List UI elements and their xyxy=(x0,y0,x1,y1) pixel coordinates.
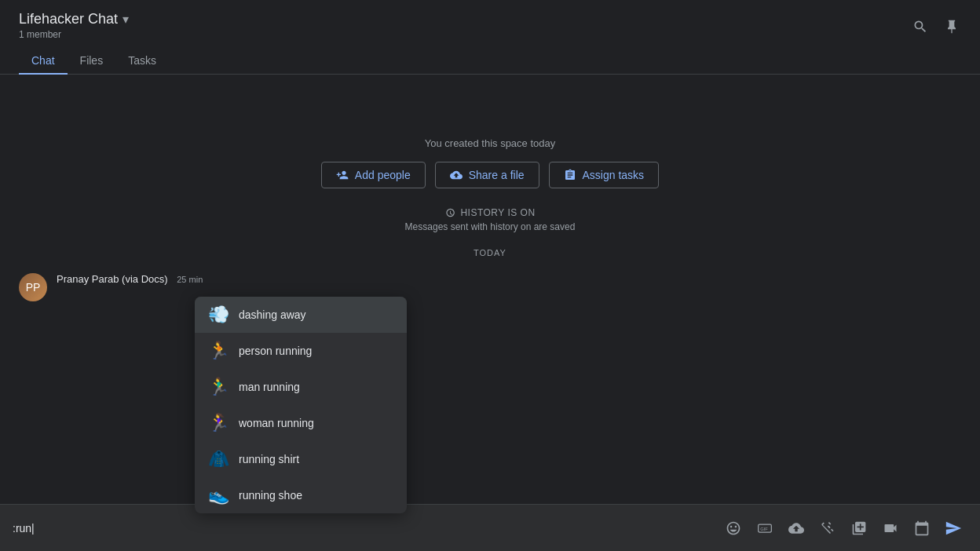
emoji-label-man-running: man running xyxy=(239,381,300,393)
message-input[interactable] xyxy=(13,522,716,535)
history-status: HISTORY IS ON xyxy=(444,207,535,218)
emoji-item-woman-running[interactable]: 🏃‍♀️ woman running xyxy=(195,405,407,441)
chat-area: PP Pranay Parab (via Docs) 25 min 💨 dash… xyxy=(0,273,980,301)
chevron-down-icon[interactable]: ▾ xyxy=(122,12,129,27)
tab-tasks[interactable]: Tasks xyxy=(115,48,169,75)
emoji-label-person-running: person running xyxy=(239,345,312,357)
emoji-glyph-dashing-away: 💨 xyxy=(207,305,229,325)
toolbar-icons: GIF xyxy=(719,514,967,542)
space-title-text: Lifehacker Chat xyxy=(19,11,118,27)
video-button[interactable] xyxy=(876,514,905,542)
space-title: Lifehacker Chat ▾ xyxy=(19,11,169,27)
emoji-label-dashing-away: dashing away xyxy=(239,308,306,321)
sender-name: Pranay Parab (via Docs) xyxy=(57,273,168,285)
history-sub-text: Messages sent with history on are saved xyxy=(405,221,576,232)
emoji-label-woman-running: woman running xyxy=(239,417,314,429)
upload-button[interactable] xyxy=(782,514,810,542)
emoji-glyph-running-shoe: 👟 xyxy=(207,485,229,505)
share-file-label: Share a file xyxy=(469,169,525,181)
svg-text:GIF: GIF xyxy=(760,527,768,531)
emoji-dropdown: 💨 dashing away 🏃 person running 🏃‍♂️ man… xyxy=(195,297,407,513)
tab-files[interactable]: Files xyxy=(68,48,116,75)
calendar-button[interactable] xyxy=(908,514,936,542)
emoji-item-running-shirt[interactable]: 🧥 running shirt xyxy=(195,441,407,477)
add-people-button[interactable]: Add people xyxy=(321,162,426,188)
emoji-label-running-shoe: running shoe xyxy=(239,489,302,502)
header: Lifehacker Chat ▾ 1 member Chat Files Ta… xyxy=(0,0,980,75)
unpin-icon[interactable] xyxy=(942,17,961,36)
share-file-button[interactable]: Share a file xyxy=(435,162,539,188)
assign-tasks-label: Assign tasks xyxy=(583,169,645,181)
message-input-area[interactable] xyxy=(13,522,716,535)
emoji-button[interactable] xyxy=(719,514,748,542)
emoji-item-dashing-away[interactable]: 💨 dashing away xyxy=(195,297,407,333)
assign-tasks-button[interactable]: Assign tasks xyxy=(549,162,660,188)
action-buttons: Add people Share a file Assign tasks xyxy=(321,162,659,188)
add-people-label: Add people xyxy=(355,169,411,181)
search-icon[interactable] xyxy=(911,17,930,36)
emoji-item-running-shoe[interactable]: 👟 running shoe xyxy=(195,477,407,513)
avatar: PP xyxy=(19,273,47,301)
emoji-glyph-running-shirt: 🧥 xyxy=(207,449,229,469)
emoji-item-man-running[interactable]: 🏃‍♂️ man running xyxy=(195,369,407,405)
space-created-text: You created this space today xyxy=(425,137,555,149)
bottom-bar: GIF xyxy=(0,504,980,551)
gif-button[interactable]: GIF xyxy=(751,514,779,542)
member-count: 1 member xyxy=(19,29,169,40)
add-event-button[interactable] xyxy=(845,514,873,542)
header-left: Lifehacker Chat ▾ 1 member Chat Files Ta… xyxy=(19,11,169,74)
tab-chat[interactable]: Chat xyxy=(19,48,68,75)
today-divider: TODAY xyxy=(474,248,506,257)
message-time: 25 min xyxy=(177,275,203,284)
main-content: You created this space today Add people … xyxy=(0,75,980,488)
header-right xyxy=(911,11,961,36)
emoji-glyph-man-running: 🏃‍♂️ xyxy=(207,377,229,397)
message-row: PP Pranay Parab (via Docs) 25 min xyxy=(19,273,961,301)
send-button[interactable] xyxy=(939,514,967,542)
message-meta: Pranay Parab (via Docs) 25 min xyxy=(57,273,203,285)
emoji-item-person-running[interactable]: 🏃 person running xyxy=(195,333,407,369)
wave-button[interactable] xyxy=(814,514,842,542)
emoji-glyph-woman-running: 🏃‍♀️ xyxy=(207,413,229,433)
history-banner: HISTORY IS ON Messages sent with history… xyxy=(405,207,576,232)
emoji-glyph-person-running: 🏃 xyxy=(207,341,229,361)
tabs: Chat Files Tasks xyxy=(19,48,169,74)
emoji-label-running-shirt: running shirt xyxy=(239,453,299,465)
